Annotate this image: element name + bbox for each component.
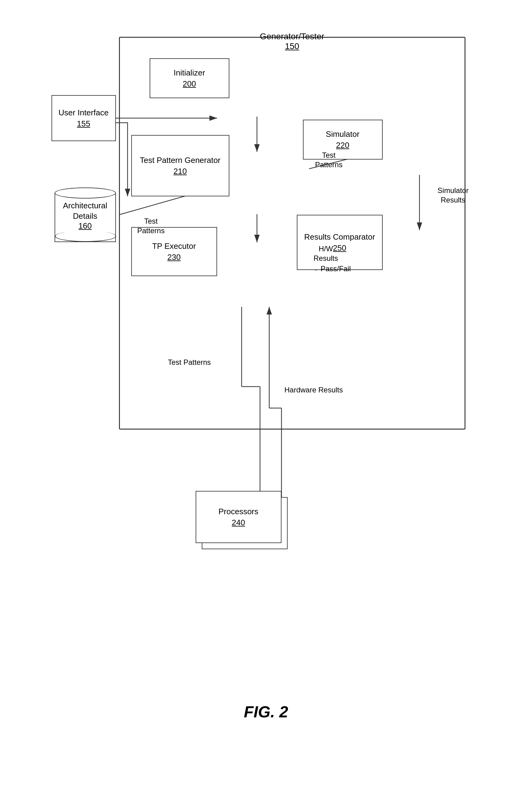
simulator-results-label: Simulator Results <box>426 186 481 205</box>
diagram-area: Generator/Tester 150 User Interface 155 … <box>51 18 481 694</box>
generator-tester-label: Generator/Tester 150 <box>260 31 324 51</box>
cylinder-top <box>54 188 116 198</box>
test-pattern-generator-block: Test Pattern Generator 210 <box>131 135 229 196</box>
test-patterns-label-2: TestPatterns <box>137 216 165 235</box>
figure-label: FIG. 2 <box>244 703 288 721</box>
test-patterns-label-1: TestPatterns <box>315 150 342 169</box>
cylinder-body: Architectural Details 160 <box>54 193 116 242</box>
user-interface-block: User Interface 155 <box>51 95 116 141</box>
cylinder-bottom <box>55 231 116 242</box>
test-patterns-label-3: Test Patterns <box>168 358 211 367</box>
hw-results-label: H/WResults <box>314 244 338 263</box>
processors-block: Processors 240 <box>196 491 294 552</box>
page: Generator/Tester 150 User Interface 155 … <box>0 0 532 787</box>
processors-main: Processors 240 <box>196 491 282 543</box>
initializer-block: Initializer 200 <box>150 58 229 98</box>
architectural-details-block: Architectural Details 160 <box>51 181 119 249</box>
results-comparator-block: Results Comparator 250 <box>297 215 383 270</box>
hardware-results-label: Hardware Results <box>285 385 343 395</box>
pass-fail-label: Pass/Fail <box>321 264 351 273</box>
simulator-block: Simulator 220 <box>303 120 383 159</box>
